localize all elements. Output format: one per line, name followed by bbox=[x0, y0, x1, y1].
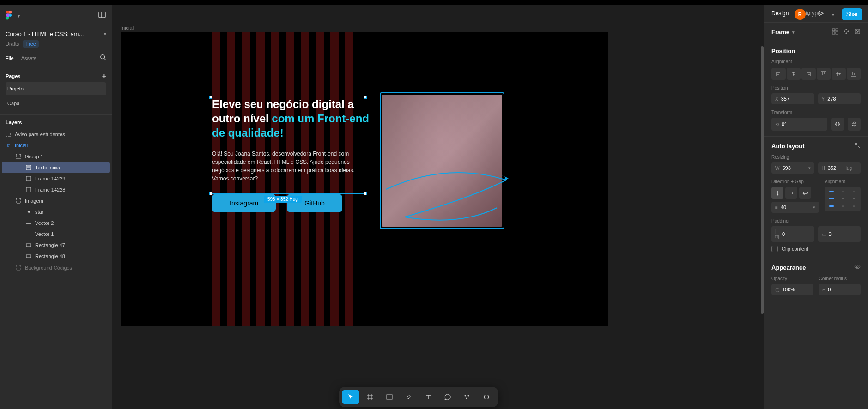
artboard[interactable]: Eleve seu negócio digital a outro nível … bbox=[121, 32, 608, 326]
canvas[interactable]: Inicial Eleve seu negócio digital a outr… bbox=[112, 5, 724, 409]
left-sidebar: ▾ Curso 1 - HTML e CSS: am... ▾ Drafts F… bbox=[0, 5, 112, 409]
chevron-down-icon[interactable]: ▾ bbox=[807, 12, 810, 17]
layer-item[interactable]: # Inicial bbox=[0, 140, 112, 151]
resize-handle[interactable] bbox=[364, 96, 367, 99]
text-tool[interactable] bbox=[419, 390, 437, 404]
flip-v-button[interactable] bbox=[848, 118, 861, 131]
layer-item[interactable]: ✦ star bbox=[0, 206, 112, 217]
padding-label: Padding bbox=[771, 218, 861, 223]
comment-tool[interactable] bbox=[439, 390, 456, 404]
add-page-icon[interactable]: + bbox=[102, 72, 106, 80]
frame-tool[interactable] bbox=[361, 390, 379, 404]
x-position-input[interactable]: X bbox=[771, 93, 814, 104]
frame-solid-icon bbox=[26, 176, 31, 181]
resize-handle[interactable] bbox=[209, 192, 212, 195]
svg-line-4 bbox=[104, 59, 106, 60]
group-icon bbox=[16, 198, 21, 204]
layer-item[interactable]: — Vector 1 bbox=[0, 229, 112, 240]
layer-item[interactable]: Background Códigos ⋯ bbox=[0, 262, 112, 273]
right-sidebar: Design Prototype 53% Frame ▾ Position Al… bbox=[764, 5, 868, 409]
layer-item[interactable]: Rectangle 48 bbox=[0, 251, 112, 262]
corner-radius-input[interactable]: ⌐ bbox=[819, 284, 861, 295]
padding-h-input[interactable]: |□| bbox=[771, 226, 814, 242]
layer-item-selected[interactable]: Texto inicial bbox=[2, 162, 110, 173]
clip-content-checkbox[interactable] bbox=[771, 246, 778, 252]
direction-wrap-button[interactable]: ↩ bbox=[799, 187, 811, 199]
tab-file[interactable]: File bbox=[6, 55, 14, 61]
svg-point-0 bbox=[9, 14, 12, 17]
chevron-down-icon[interactable]: ▾ bbox=[18, 13, 20, 18]
layer-item[interactable]: Frame 14229 bbox=[0, 173, 112, 184]
frame-icon bbox=[6, 132, 11, 137]
align-vcenter-button[interactable] bbox=[832, 68, 846, 80]
free-badge[interactable]: Free bbox=[23, 40, 39, 48]
actions-tool[interactable] bbox=[458, 390, 476, 404]
frame-title: Frame bbox=[771, 29, 789, 36]
layer-item[interactable]: Frame 14228 bbox=[0, 184, 112, 195]
avatar[interactable]: R bbox=[795, 9, 806, 20]
drafts-label[interactable]: Drafts bbox=[6, 41, 19, 47]
frame-label[interactable]: Inicial bbox=[121, 25, 134, 30]
flip-h-button[interactable] bbox=[831, 118, 844, 131]
autolayout-settings-icon[interactable] bbox=[854, 142, 861, 150]
rotation-input[interactable]: ⟲ bbox=[771, 118, 827, 131]
rect-icon bbox=[26, 242, 31, 248]
pen-tool[interactable] bbox=[400, 390, 418, 404]
chevron-down-icon[interactable]: ▾ bbox=[104, 31, 106, 36]
position-label: Position bbox=[771, 85, 861, 90]
layer-item[interactable]: Aviso para estudantes bbox=[0, 129, 112, 140]
svg-rect-5 bbox=[6, 132, 11, 137]
padding-v-input[interactable]: ▭ bbox=[818, 226, 861, 242]
play-icon[interactable] bbox=[817, 10, 825, 19]
direction-horizontal-button[interactable]: → bbox=[785, 187, 797, 199]
figma-logo-icon[interactable] bbox=[6, 11, 14, 21]
resize-icon[interactable] bbox=[854, 28, 861, 36]
layer-item[interactable]: Group 1 bbox=[0, 151, 112, 162]
hidden-icon[interactable]: ⋯ bbox=[101, 265, 106, 271]
chevron-down-icon[interactable]: ▾ bbox=[792, 30, 795, 35]
spacing-guide bbox=[122, 147, 212, 147]
align-hcenter-button[interactable] bbox=[787, 68, 801, 80]
align-bottom-button[interactable] bbox=[847, 68, 861, 80]
file-title[interactable]: Curso 1 - HTML e CSS: am... bbox=[6, 30, 84, 37]
group-icon bbox=[16, 154, 21, 159]
width-input[interactable]: W▾ bbox=[771, 162, 814, 174]
tab-assets[interactable]: Assets bbox=[21, 55, 36, 61]
scrollbar[interactable] bbox=[761, 46, 764, 332]
align-top-button[interactable] bbox=[817, 68, 831, 80]
alignment-grid[interactable] bbox=[825, 187, 861, 211]
layer-item[interactable]: Imagem bbox=[0, 195, 112, 206]
page-item-capa[interactable]: Capa bbox=[6, 97, 106, 110]
search-icon[interactable] bbox=[100, 54, 106, 62]
layer-item[interactable]: Rectangle 47 bbox=[0, 240, 112, 251]
direction-gap-label: Direction + Gap bbox=[771, 179, 819, 184]
align-right-button[interactable] bbox=[801, 68, 816, 80]
selection-box[interactable] bbox=[211, 97, 365, 194]
opacity-input[interactable]: ▢ bbox=[771, 284, 813, 295]
layer-item[interactable]: — Vector 2 bbox=[0, 217, 112, 229]
resize-handle[interactable] bbox=[364, 192, 367, 195]
height-input[interactable]: HHug bbox=[818, 162, 861, 174]
direction-vertical-button[interactable]: ↓ bbox=[771, 187, 783, 199]
svg-point-25 bbox=[467, 395, 469, 397]
visibility-icon[interactable] bbox=[854, 264, 861, 271]
move-tool[interactable] bbox=[342, 390, 359, 404]
share-button[interactable]: Shar bbox=[842, 8, 862, 20]
align-left-button[interactable] bbox=[771, 68, 786, 80]
y-position-input[interactable]: Y bbox=[818, 93, 861, 104]
svg-point-26 bbox=[466, 398, 467, 399]
dev-mode-tool[interactable] bbox=[478, 390, 495, 404]
component-icon[interactable] bbox=[843, 28, 850, 36]
portrait-image[interactable] bbox=[380, 92, 504, 229]
gap-input[interactable]: ≡▾ bbox=[771, 202, 819, 213]
frame-hash-icon: # bbox=[6, 143, 11, 148]
resize-handle[interactable] bbox=[209, 96, 212, 99]
tab-design[interactable]: Design bbox=[771, 10, 789, 17]
page-item-projeto[interactable]: Projeto bbox=[6, 82, 106, 95]
panel-toggle-icon[interactable] bbox=[98, 11, 106, 21]
chevron-down-icon[interactable]: ▾ bbox=[832, 12, 834, 17]
grid-icon[interactable] bbox=[832, 28, 838, 36]
rectangle-tool[interactable] bbox=[381, 390, 398, 404]
svg-rect-1 bbox=[99, 12, 105, 18]
appearance-title: Appearance bbox=[771, 264, 806, 271]
